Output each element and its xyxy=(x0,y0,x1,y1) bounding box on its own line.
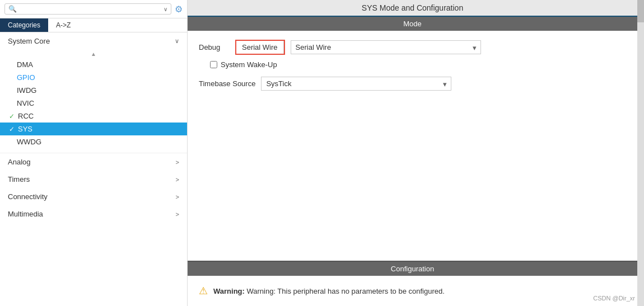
tabs-bar: Categories A->Z xyxy=(0,18,187,32)
sidebar-section-multimedia[interactable]: Multimedia > xyxy=(0,205,187,223)
app-container: 🔍 ∨ ⚙ Categories A->Z System Core ∨ ▲ xyxy=(0,0,644,306)
mode-content: Debug Serial Wire Serial Wire No Debug J… xyxy=(188,31,637,261)
mode-header: Mode xyxy=(188,17,637,31)
scrollbar[interactable] xyxy=(637,0,644,306)
sidebar: 🔍 ∨ ⚙ Categories A->Z System Core ∨ ▲ xyxy=(0,0,188,306)
search-dropdown-icon[interactable]: ∨ xyxy=(164,6,167,12)
gear-icon[interactable]: ⚙ xyxy=(175,4,183,15)
iwdg-label: IWDG xyxy=(17,86,36,95)
sidebar-item-iwdg[interactable]: IWDG xyxy=(0,84,187,97)
configuration-content: ⚠ Warning: Warning: This peripheral has … xyxy=(188,276,637,306)
dma-label: DMA xyxy=(17,60,33,69)
timers-chevron: > xyxy=(176,176,179,183)
sidebar-header: 🔍 ∨ ⚙ xyxy=(0,0,187,18)
scrollbar-thumb[interactable] xyxy=(637,0,644,22)
gpio-label: GPIO xyxy=(17,73,35,82)
sidebar-item-gpio[interactable]: GPIO xyxy=(0,71,187,84)
tab-categories[interactable]: Categories xyxy=(0,18,48,32)
sidebar-item-sys[interactable]: ✓ SYS xyxy=(0,123,187,135)
timebase-label: Timebase Source xyxy=(199,79,255,88)
configuration-header: Configuration xyxy=(188,262,637,276)
debug-select-wrapper: Serial Wire No Debug JTAG (5 pins) JTAG … xyxy=(291,40,481,54)
watermark: CSDN @Dir_xr xyxy=(593,295,635,302)
timebase-select-wrapper: SysTick TIM1 TIM2 xyxy=(261,77,451,91)
rcc-check-icon: ✓ xyxy=(9,112,15,120)
analog-label: Analog xyxy=(8,158,30,166)
system-wakeup-row: System Wake-Up xyxy=(199,60,626,69)
sys-label: SYS xyxy=(18,125,32,133)
scroll-up-indicator: ▲ xyxy=(0,50,187,58)
system-core-group: System Core ∨ ▲ DMA GPIO xyxy=(0,32,187,153)
sidebar-section-connectivity[interactable]: Connectivity > xyxy=(0,188,187,205)
analog-chevron: > xyxy=(176,159,179,166)
sidebar-item-wwdg[interactable]: WWDG xyxy=(0,135,187,148)
system-core-items: ▲ DMA GPIO IWDG NVI xyxy=(0,50,187,153)
timebase-row: Timebase Source SysTick TIM1 TIM2 xyxy=(199,77,626,91)
debug-input-box: Serial Wire xyxy=(235,40,285,55)
debug-label: Debug xyxy=(199,43,230,51)
rcc-label: RCC xyxy=(18,112,34,120)
content-area: SYS Mode and Configuration Mode Debug Se… xyxy=(188,0,637,306)
system-wakeup-checkbox[interactable] xyxy=(210,61,217,68)
sidebar-content: System Core ∨ ▲ DMA GPIO xyxy=(0,32,187,306)
system-core-label: System Core xyxy=(8,37,50,45)
tab-atoz[interactable]: A->Z xyxy=(48,18,78,32)
sidebar-item-rcc[interactable]: ✓ RCC xyxy=(0,110,187,123)
system-core-header[interactable]: System Core ∨ xyxy=(0,32,187,50)
configuration-section: Configuration ⚠ Warning: Warning: This p… xyxy=(188,261,637,306)
timebase-select[interactable]: SysTick TIM1 TIM2 xyxy=(261,77,451,91)
search-input[interactable] xyxy=(19,5,164,13)
sidebar-section-timers[interactable]: Timers > xyxy=(0,171,187,188)
nvic-label: NVIC xyxy=(17,99,34,107)
warning-message: Warning: Warning: This peripheral has no… xyxy=(213,287,445,295)
system-wakeup-label: System Wake-Up xyxy=(221,60,277,69)
sidebar-section-analog[interactable]: Analog > xyxy=(0,153,187,171)
debug-select[interactable]: Serial Wire No Debug JTAG (5 pins) JTAG … xyxy=(291,40,481,54)
sidebar-item-nvic[interactable]: NVIC xyxy=(0,97,187,110)
multimedia-chevron: > xyxy=(176,211,179,218)
debug-row: Debug Serial Wire Serial Wire No Debug J… xyxy=(199,40,626,55)
multimedia-label: Multimedia xyxy=(8,210,43,218)
page-title: SYS Mode and Configuration xyxy=(362,3,463,12)
mode-section: Mode Debug Serial Wire Serial Wire No De… xyxy=(188,17,637,261)
connectivity-chevron: > xyxy=(176,194,179,200)
warning-icon: ⚠ xyxy=(199,285,208,297)
debug-value: Serial Wire xyxy=(236,41,284,54)
connectivity-label: Connectivity xyxy=(8,192,48,201)
sidebar-item-dma[interactable]: DMA xyxy=(0,58,187,71)
scroll-up-icon: ▲ xyxy=(91,51,96,57)
timers-label: Timers xyxy=(8,175,30,183)
search-icon: 🔍 xyxy=(8,5,17,13)
system-core-chevron: ∨ xyxy=(175,37,179,45)
sys-check-icon: ✓ xyxy=(9,125,15,133)
wwdg-label: WWDG xyxy=(17,138,41,146)
search-container[interactable]: 🔍 ∨ xyxy=(4,3,171,15)
content-title-bar: SYS Mode and Configuration xyxy=(188,0,637,17)
